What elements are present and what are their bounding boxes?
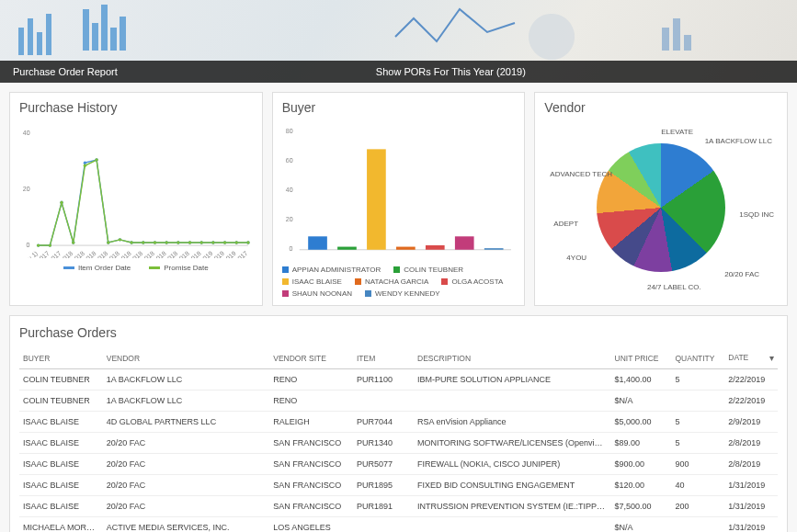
- history-chart[interactable]: 40 20 0 (Category 1)8/25/20178/28/20172/…: [19, 120, 253, 258]
- legend-promise: Promise Date: [164, 264, 208, 272]
- pie-label-4you: 4YOU: [566, 254, 586, 262]
- cell-item: PUR1340: [353, 433, 414, 454]
- cell-vendor: 20/20 FAC: [103, 475, 270, 496]
- svg-point-47: [176, 241, 179, 243]
- cell-qty: 900: [672, 454, 725, 475]
- table-row[interactable]: ISAAC BLAISE 20/20 FAC SAN FRANCISCO PUR…: [19, 433, 778, 454]
- svg-text:20: 20: [23, 186, 30, 192]
- table-row[interactable]: ISAAC BLAISE 20/20 FAC SAN FRANCISCO PUR…: [19, 454, 778, 475]
- cell-item: [353, 517, 414, 533]
- pie-label-sqd: 1SQD INC: [739, 210, 774, 219]
- cell-qty: 5: [672, 369, 725, 391]
- cell-item: [353, 391, 414, 412]
- cell-qty: [672, 517, 725, 533]
- svg-text:60: 60: [285, 157, 292, 164]
- cell-qty: 5: [672, 433, 725, 454]
- table-row[interactable]: MICHAELA MORARI ACTIVE MEDIA SERVICES, I…: [19, 517, 778, 533]
- col-header[interactable]: UNIT PRICE: [611, 347, 672, 369]
- table-row[interactable]: COLIN TEUBNER 1A BACKFLOW LLC RENO $N/A …: [19, 391, 778, 412]
- cell-site: RENO: [269, 369, 353, 391]
- card-title: Purchase History: [19, 100, 253, 115]
- col-header[interactable]: DESCRIPTION: [414, 347, 611, 369]
- svg-point-45: [154, 241, 156, 243]
- col-header[interactable]: BUYER: [19, 347, 103, 369]
- col-header[interactable]: VENDOR SITE: [269, 347, 353, 369]
- svg-point-41: [107, 241, 109, 243]
- pie-label-adept: ADEPT: [553, 220, 578, 228]
- purchase-orders-card: Purchase Orders BUYERVENDORVENDOR SITEIT…: [9, 315, 788, 532]
- col-header[interactable]: QUANTITY: [672, 347, 725, 369]
- cell-desc: MONITORING SOFTWARE/LICENSES (Openview, …: [414, 433, 611, 454]
- svg-text:40: 40: [285, 187, 292, 193]
- cell-price: $1,400.00: [611, 369, 672, 391]
- cell-desc: [414, 391, 611, 412]
- cell-item: PUR1895: [353, 475, 414, 496]
- cell-price: $N/A: [611, 391, 672, 412]
- legend-item: COLIN TEUBNER: [393, 266, 463, 274]
- cell-site: SAN FRANCISCO: [269, 496, 353, 517]
- buyer-chart[interactable]: 8060 4020 0: [282, 120, 516, 258]
- cell-buyer: ISAAC BLAISE: [19, 433, 103, 454]
- cell-item: PUR5077: [353, 454, 414, 475]
- cell-desc: [414, 517, 611, 533]
- cell-qty: 40: [672, 475, 725, 496]
- svg-rect-83: [426, 245, 445, 250]
- svg-rect-9: [662, 28, 669, 51]
- legend-item: OLGA ACOSTA: [441, 277, 503, 286]
- table-row[interactable]: ISAAC BLAISE 4D GLOBAL PARTNERS LLC RALE…: [19, 412, 778, 433]
- svg-point-48: [188, 241, 191, 243]
- legend-item: APPIAN ADMINISTRATOR: [282, 266, 381, 274]
- cell-site: RENO: [269, 391, 353, 412]
- col-header[interactable]: DATE▾: [724, 347, 778, 369]
- pie-label-elevate: ELEVATE: [661, 128, 693, 136]
- report-title: Purchase Order Report: [13, 66, 118, 77]
- svg-point-49: [200, 241, 203, 243]
- vendor-chart[interactable]: ELEVATE 1A BACKFLOW LLC ADVANCED TECH 1S…: [544, 120, 778, 295]
- svg-text:(Category 1): (Category 1): [19, 250, 40, 258]
- svg-point-51: [223, 241, 226, 243]
- svg-rect-0: [18, 28, 24, 55]
- col-header[interactable]: VENDOR: [103, 347, 270, 369]
- legend-item: NATACHA GARCIA: [355, 277, 429, 286]
- cell-item: PUR7044: [353, 412, 414, 433]
- svg-rect-84: [455, 236, 474, 249]
- cell-site: RALEIGH: [269, 412, 353, 433]
- svg-point-42: [119, 238, 121, 241]
- svg-text:0: 0: [289, 245, 292, 252]
- svg-text:20: 20: [285, 216, 292, 222]
- cell-buyer: MICHAELA MORARI: [19, 517, 103, 533]
- cell-vendor: 20/20 FAC: [103, 496, 270, 517]
- cell-date: 2/8/2019: [724, 433, 778, 454]
- col-header[interactable]: ITEM: [353, 347, 414, 369]
- svg-point-50: [211, 241, 214, 243]
- cell-price: $7,500.00: [611, 496, 672, 517]
- svg-point-20: [84, 161, 86, 164]
- svg-rect-11: [684, 35, 691, 51]
- table-row[interactable]: ISAAC BLAISE 20/20 FAC SAN FRANCISCO PUR…: [19, 496, 778, 517]
- table-row[interactable]: ISAAC BLAISE 20/20 FAC SAN FRANCISCO PUR…: [19, 475, 778, 496]
- cell-item: PUR1100: [353, 369, 414, 391]
- svg-point-37: [60, 201, 63, 204]
- cell-site: SAN FRANCISCO: [269, 454, 353, 475]
- cell-date: 2/22/2019: [724, 369, 778, 391]
- svg-text:0: 0: [27, 242, 30, 248]
- cell-price: $89.00: [611, 433, 672, 454]
- svg-rect-81: [367, 149, 386, 249]
- sort-desc-icon[interactable]: ▾: [769, 353, 774, 363]
- cell-date: 2/8/2019: [724, 454, 778, 475]
- report-subtitle[interactable]: Show PORs For This Year (2019): [376, 66, 526, 77]
- svg-rect-8: [120, 17, 126, 51]
- cell-qty: 200: [672, 496, 725, 517]
- cell-price: $120.00: [611, 475, 672, 496]
- table-row[interactable]: COLIN TEUBNER 1A BACKFLOW LLC RENO PUR11…: [19, 369, 778, 391]
- svg-point-53: [246, 241, 249, 243]
- cell-vendor: 1A BACKFLOW LLC: [103, 369, 270, 391]
- cell-qty: 5: [672, 412, 725, 433]
- cell-date: 2/9/2019: [724, 412, 778, 433]
- legend-item: ISAAC BLAISE: [282, 277, 342, 286]
- pie-label-adv: ADVANCED TECH: [550, 170, 612, 178]
- cell-buyer: ISAAC BLAISE: [19, 496, 103, 517]
- cell-item: PUR1891: [353, 496, 414, 517]
- cell-vendor: 20/20 FAC: [103, 454, 270, 475]
- svg-text:40: 40: [23, 130, 30, 136]
